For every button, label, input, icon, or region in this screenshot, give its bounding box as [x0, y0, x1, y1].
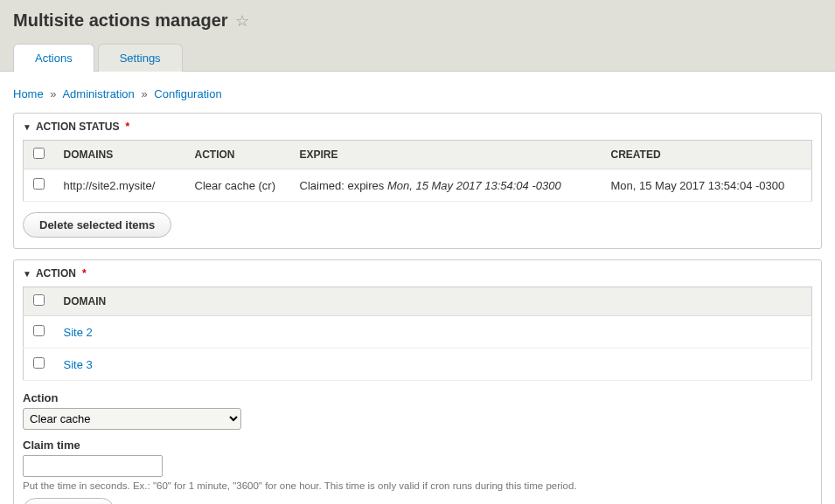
- domain-row-checkbox[interactable]: [33, 357, 45, 369]
- claim-time-help: Put the time in seconds. Ex.: "60" for 1…: [23, 480, 812, 491]
- breadcrumb-administration[interactable]: Administration: [62, 87, 134, 100]
- action-fieldset: ▼ ACTION * DOMAIN Site 2: [13, 259, 822, 504]
- breadcrumb: Home » Administration » Configuration: [13, 87, 822, 100]
- favorite-star-icon[interactable]: ☆: [235, 11, 249, 31]
- breadcrumb-home[interactable]: Home: [13, 87, 44, 100]
- column-expire-header: EXPIRE: [291, 141, 602, 169]
- action-legend[interactable]: ▼ ACTION *: [14, 260, 821, 287]
- table-row: http://site2.mysite/ Clear cache (cr) Cl…: [24, 169, 812, 202]
- select-all-domains-checkbox[interactable]: [33, 294, 45, 306]
- column-action-header: ACTION: [186, 141, 291, 169]
- action-select[interactable]: Clear cache: [23, 408, 241, 430]
- expire-date: Mon, 15 May 2017 13:54:04 -0300: [387, 179, 561, 192]
- action-status-table: DOMAINS ACTION EXPIRE CREATED http://sit…: [23, 140, 812, 202]
- collapse-arrow-icon: ▼: [23, 269, 31, 279]
- breadcrumb-separator: »: [141, 87, 147, 100]
- domain-table: DOMAIN Site 2 Site 3: [23, 287, 812, 381]
- domain-link-site2[interactable]: Site 2: [64, 326, 93, 339]
- action-status-fieldset: ▼ ACTION STATUS * DOMAINS ACTION EXPIRE …: [13, 113, 822, 249]
- domain-link-site3[interactable]: Site 3: [64, 358, 93, 371]
- column-domains-header: DOMAINS: [55, 141, 186, 169]
- status-row-created: Mon, 15 May 2017 13:54:04 -0300: [602, 169, 812, 202]
- expire-prefix: Claimed: expires: [300, 179, 387, 192]
- breadcrumb-separator: »: [50, 87, 56, 100]
- claim-time-input[interactable]: [23, 455, 163, 477]
- page-title: Multisite actions manager: [13, 10, 228, 31]
- table-row: Site 2: [24, 316, 812, 349]
- add-action-button[interactable]: Add action: [23, 498, 115, 504]
- action-status-legend-text: ACTION STATUS: [36, 121, 120, 133]
- domain-row-checkbox[interactable]: [33, 325, 45, 336]
- column-domain-header: DOMAIN: [55, 287, 812, 316]
- status-row-action: Clear cache (cr): [186, 169, 291, 202]
- table-row: Site 3: [24, 349, 812, 381]
- action-select-label: Action: [23, 391, 812, 404]
- delete-selected-button[interactable]: Delete selected items: [23, 212, 171, 238]
- tab-settings[interactable]: Settings: [98, 44, 183, 72]
- breadcrumb-configuration[interactable]: Configuration: [154, 87, 221, 100]
- status-row-expire: Claimed: expires Mon, 15 May 2017 13:54:…: [291, 169, 602, 202]
- status-row-domain: http://site2.mysite/: [55, 169, 186, 202]
- column-created-header: CREATED: [602, 141, 812, 169]
- claim-time-label: Claim time: [23, 438, 812, 452]
- collapse-arrow-icon: ▼: [23, 122, 31, 132]
- required-asterisk: *: [125, 121, 129, 133]
- status-row-checkbox[interactable]: [33, 178, 45, 190]
- select-all-status-checkbox[interactable]: [33, 148, 45, 159]
- tab-actions[interactable]: Actions: [13, 44, 94, 72]
- required-asterisk: *: [82, 267, 87, 280]
- action-legend-text: ACTION: [36, 267, 76, 280]
- tabs-bar: Actions Settings: [13, 44, 822, 72]
- action-status-legend[interactable]: ▼ ACTION STATUS *: [14, 114, 821, 140]
